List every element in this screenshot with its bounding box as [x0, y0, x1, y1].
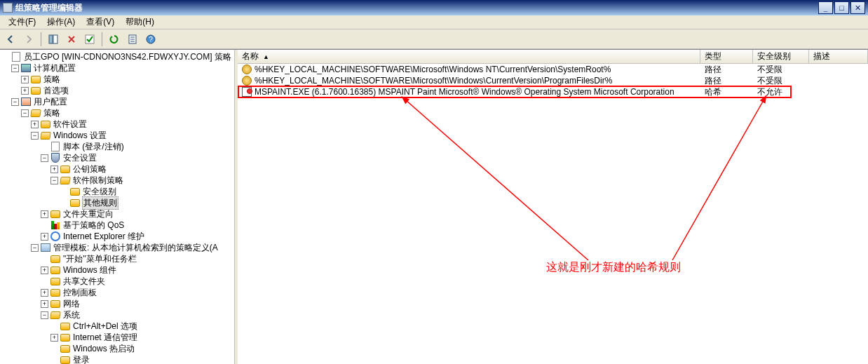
folder-icon [60, 355, 71, 364]
folder-icon [60, 332, 71, 342]
collapse-icon[interactable]: − [50, 177, 58, 184]
tree-user-config[interactable]: − 用户配置 [11, 96, 233, 107]
expand-icon[interactable]: + [21, 87, 29, 95]
window-controls: _ □ ✕ [818, 1, 865, 14]
maximize-button[interactable]: □ [834, 1, 849, 14]
folder-icon [60, 164, 71, 174]
folder-icon [69, 187, 81, 196]
tree-pubkey[interactable]: + 公钥策略 [50, 163, 233, 175]
tree-start-taskbar[interactable]: "开始"菜单和任务栏 [41, 253, 233, 264]
qos-icon [50, 220, 61, 230]
policy-tree: 员工GPO [WIN-CDNONO3NS42.FDWXYJY.COM] 策略 −… [1, 51, 233, 364]
folder-open-icon [40, 130, 51, 140]
tree-qos[interactable]: 基于策略的 QoS [41, 220, 233, 231]
tree-ctrlaltdel[interactable]: Ctrl+Alt+Del 选项 [50, 321, 233, 332]
expand-icon[interactable]: + [50, 334, 58, 342]
tree-other-rules[interactable]: 其他规则 [60, 197, 233, 208]
show-hide-tree-button[interactable] [46, 32, 61, 47]
tree-user-policies[interactable]: − 策略 [21, 107, 233, 119]
row-level: 不受限 [753, 64, 809, 76]
collapse-icon[interactable]: − [11, 98, 19, 106]
export-list-button[interactable] [125, 32, 140, 47]
admin-template-icon [40, 243, 51, 252]
expand-icon[interactable]: + [31, 121, 39, 128]
tree-comp-policies[interactable]: + 策略 [21, 74, 233, 85]
folder-icon [40, 119, 51, 129]
tree-admin-templates[interactable]: − 管理模板: 从本地计算机检索到的策略定义(A [31, 242, 233, 253]
list-row[interactable]: %HKEY_LOCAL_MACHINE\SOFTWARE\Microsoft\W… [238, 75, 868, 86]
path-rule-icon [242, 65, 252, 74]
refresh-button[interactable] [107, 32, 122, 47]
tree-network[interactable]: + 网络 [41, 298, 233, 309]
computer-icon [20, 63, 32, 73]
tree-pane[interactable]: 员工GPO [WIN-CDNONO3NS42.FDWXYJY.COM] 策略 −… [0, 50, 235, 364]
collapse-icon[interactable]: − [31, 244, 39, 252]
expand-icon[interactable]: + [41, 233, 48, 241]
collapse-icon[interactable]: − [11, 65, 19, 72]
help-button[interactable]: ? [143, 32, 158, 47]
tree-internet-comm[interactable]: + Internet 通信管理 [50, 332, 233, 343]
folder-open-icon [30, 108, 41, 118]
properties-check-icon [85, 34, 95, 44]
column-name[interactable]: 名称 ▲ [238, 50, 700, 63]
tree-comp-prefs[interactable]: + 首选项 [21, 85, 233, 96]
tree-sw-settings[interactable]: + 软件设置 [31, 119, 233, 130]
svg-rect-0 [49, 35, 53, 43]
app-icon [3, 3, 13, 13]
tree-folder-redir[interactable]: + 文件夹重定向 [41, 208, 233, 220]
forward-button[interactable] [21, 32, 36, 47]
folder-icon [69, 198, 81, 208]
tree-root[interactable]: 员工GPO [WIN-CDNONO3NS42.FDWXYJY.COM] 策略 [1, 51, 233, 62]
tree-sec-settings[interactable]: − 安全设置 [41, 152, 233, 163]
delete-button[interactable] [64, 32, 79, 47]
expand-icon[interactable]: + [21, 76, 29, 83]
tree-shared-folders[interactable]: 共享文件夹 [41, 276, 233, 287]
list-row[interactable]: %HKEY_LOCAL_MACHINE\SOFTWARE\Microsoft\W… [238, 64, 868, 75]
folder-icon [50, 254, 61, 264]
tree-computer-config[interactable]: − 计算机配置 [11, 62, 233, 74]
expand-icon[interactable]: + [50, 166, 58, 173]
tree-ie-maint[interactable]: + Internet Explorer 维护 [41, 231, 233, 242]
close-button[interactable]: ✕ [850, 1, 865, 14]
expand-icon[interactable]: + [41, 210, 48, 218]
policy-icon [11, 52, 22, 62]
tree-win-hotstart[interactable]: Windows 热启动 [50, 343, 233, 354]
collapse-icon[interactable]: − [31, 132, 39, 140]
menu-help[interactable]: 帮助(H) [120, 15, 160, 29]
menu-action[interactable]: 操作(A) [41, 15, 81, 29]
tree-system[interactable]: − 系统 [41, 309, 233, 321]
properties-button[interactable] [82, 32, 97, 47]
expand-icon[interactable]: + [41, 300, 48, 308]
row-name: %HKEY_LOCAL_MACHINE\SOFTWARE\Microsoft\W… [255, 65, 611, 74]
collapse-icon[interactable]: − [41, 311, 48, 319]
list-pane: 名称 ▲ 类型 安全级别 描述 %HKEY_LOCAL_MACHINE\SOFT… [238, 50, 868, 364]
minimize-button[interactable]: _ [818, 1, 833, 14]
tree-win-settings[interactable]: − Windows 设置 [31, 130, 233, 141]
expand-icon[interactable]: + [41, 289, 48, 297]
tree-root-label: 员工GPO [WIN-CDNONO3NS42.FDWXYJY.COM] 策略 [23, 51, 232, 63]
menu-file[interactable]: 文件(F) [3, 15, 41, 29]
help-icon: ? [146, 34, 156, 44]
delete-x-icon [67, 34, 76, 44]
tree-scripts[interactable]: 脚本 (登录/注销) [41, 141, 233, 152]
menu-view[interactable]: 查看(V) [81, 15, 120, 29]
toolbar: ? [0, 29, 868, 49]
folder-open-icon [50, 310, 61, 320]
collapse-icon[interactable]: − [41, 154, 48, 162]
export-list-icon [128, 34, 137, 44]
collapse-icon[interactable]: − [21, 109, 29, 117]
tree-logon[interactable]: 登录 [50, 354, 233, 364]
back-arrow-icon [6, 34, 15, 44]
titlebar: 组策略管理编辑器 _ □ ✕ [0, 0, 868, 15]
column-type[interactable]: 类型 [700, 50, 753, 63]
expand-icon[interactable]: + [41, 267, 48, 274]
column-desc[interactable]: 描述 [809, 50, 868, 63]
column-sec-level[interactable]: 安全级别 [753, 50, 809, 63]
tree-control-panel[interactable]: + 控制面板 [41, 287, 233, 298]
list-row[interactable]: MSPAINT.EXE (6.1.7600.16385) MSPAINT Pai… [238, 86, 868, 97]
tree-win-comp[interactable]: + Windows 组件 [41, 264, 233, 276]
back-button[interactable] [3, 32, 18, 47]
list-body[interactable]: %HKEY_LOCAL_MACHINE\SOFTWARE\Microsoft\W… [238, 64, 868, 364]
tree-sw-restrict[interactable]: − 软件限制策略 [50, 175, 233, 186]
folder-icon [30, 74, 41, 84]
